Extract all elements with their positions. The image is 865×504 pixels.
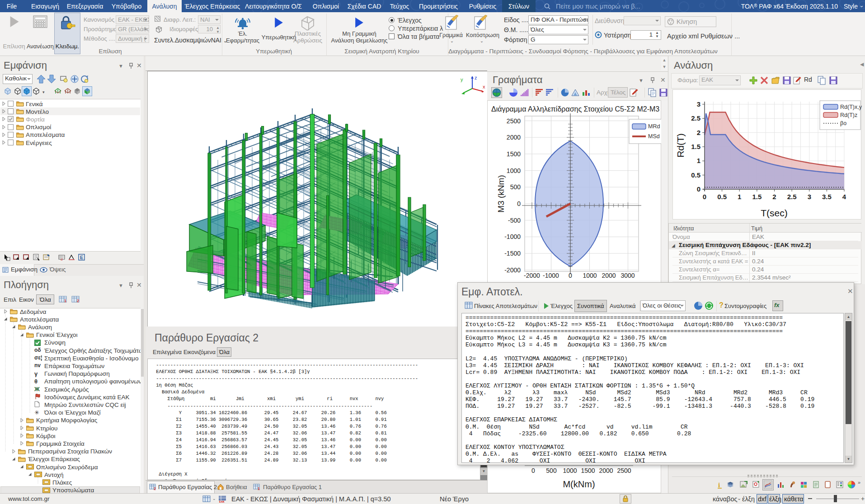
svg-text:0.5: 0.5 (691, 171, 700, 179)
svg-text:500: 500 (546, 467, 557, 474)
svg-text:2: 2 (697, 129, 700, 136)
svg-text:2: 2 (772, 193, 776, 201)
svg-text:z: z (475, 75, 477, 80)
svg-text:-1000: -1000 (543, 272, 559, 279)
svg-text:E: E (80, 255, 83, 260)
svg-text:2.5: 2.5 (787, 193, 797, 201)
svg-text:2500: 2500 (507, 117, 521, 125)
svg-text:1.5: 1.5 (691, 143, 700, 150)
svg-text:Rd(T)x,y: Rd(T)x,y (840, 104, 862, 110)
svg-text:-1500: -1500 (504, 250, 521, 257)
svg-text:0: 0 (697, 185, 700, 193)
svg-text:2000: 2000 (507, 134, 521, 141)
svg-text:4: 4 (842, 193, 846, 201)
svg-text:2000: 2000 (602, 272, 616, 279)
svg-text:2: 2 (154, 486, 156, 490)
svg-text:i: i (718, 481, 720, 489)
svg-text:Rd(T): Rd(T) (675, 133, 686, 158)
svg-text:ΕΑΚ: ΕΑΚ (219, 500, 225, 503)
svg-text:M(kNm): M(kNm) (563, 479, 595, 489)
svg-text:2000: 2000 (599, 467, 613, 474)
svg-text:0: 0 (531, 467, 535, 474)
svg-text:x: x (483, 84, 485, 89)
svg-text:-2000: -2000 (524, 272, 540, 279)
svg-text:500: 500 (510, 183, 521, 191)
svg-text:y: y (461, 77, 463, 82)
svg-text:1500: 1500 (507, 150, 521, 158)
svg-text:1000: 1000 (583, 272, 597, 279)
svg-text:2: 2 (77, 299, 79, 303)
svg-text:Διάγραμμα Αλληλεπίδρασης Στοιχ: Διάγραμμα Αλληλεπίδρασης Στοιχείου C5-Σ2… (491, 105, 659, 113)
svg-text:Rd(T)z: Rd(T)z (840, 112, 857, 118)
svg-text:3: 3 (697, 100, 700, 108)
svg-text:MRd: MRd (648, 123, 660, 130)
svg-text:-2000: -2000 (504, 266, 521, 274)
svg-text:3000: 3000 (621, 272, 635, 279)
svg-text:0: 0 (569, 272, 572, 279)
svg-text:3: 3 (808, 193, 811, 201)
svg-text:2500: 2500 (617, 467, 631, 474)
svg-text:-500: -500 (508, 217, 521, 224)
svg-text:1: 1 (738, 193, 741, 201)
svg-text:0.5: 0.5 (717, 193, 727, 201)
svg-text:0: 0 (703, 193, 706, 201)
svg-text:M3 (kNm): M3 (kNm) (496, 175, 506, 212)
svg-text:-1000: -1000 (504, 233, 521, 240)
svg-text:1: 1 (64, 299, 66, 303)
svg-text:3.5: 3.5 (822, 193, 832, 201)
svg-text:1000: 1000 (507, 167, 521, 174)
svg-text:1: 1 (258, 486, 260, 490)
svg-text:1500: 1500 (581, 467, 595, 474)
svg-text:T(sec): T(sec) (761, 208, 788, 218)
svg-text:1: 1 (697, 157, 700, 164)
svg-text:2.5: 2.5 (691, 114, 700, 122)
svg-text:1.5: 1.5 (752, 193, 762, 201)
svg-text:0: 0 (517, 200, 521, 207)
svg-text:1000: 1000 (563, 467, 577, 474)
svg-text:MSd: MSd (648, 133, 660, 140)
svg-text:d: d (61, 257, 62, 261)
svg-text:βο: βο (840, 120, 846, 126)
